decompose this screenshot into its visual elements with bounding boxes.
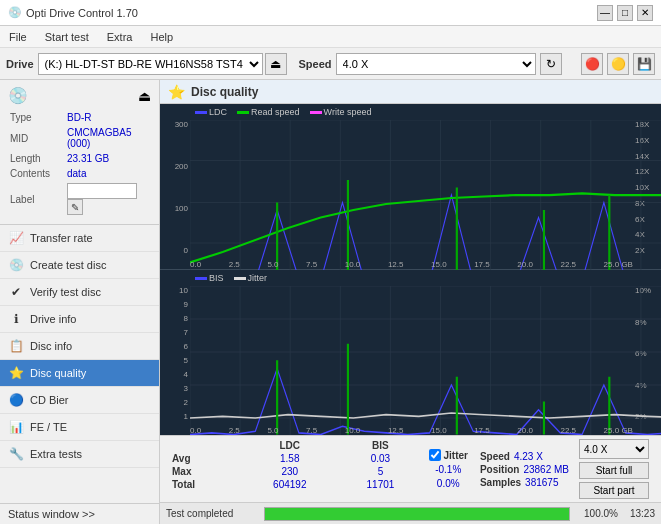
max-jitter-row: 0.0%	[437, 477, 460, 489]
close-button[interactable]: ✕	[637, 5, 653, 21]
bottom-status-text: Test completed	[166, 508, 256, 519]
ldc-chart: LDC Read speed Write speed 300	[160, 104, 661, 269]
chart2-svg	[190, 286, 661, 435]
extra-tests-icon: 🔧	[8, 446, 24, 462]
sidebar-item-cd-bier-label: CD Bier	[30, 394, 69, 406]
bis-legend-color	[195, 277, 207, 280]
speed-stat-label: Speed	[480, 451, 510, 462]
sidebar-item-drive-info[interactable]: ℹ Drive info	[0, 306, 159, 333]
menu-file[interactable]: File	[4, 29, 32, 45]
disc-label-edit-button[interactable]: ✎	[67, 199, 83, 215]
toolbar-icon-1[interactable]: 🔴	[581, 53, 603, 75]
stats-max-row: Max 230 5	[168, 465, 423, 478]
samples-value: 381675	[525, 477, 558, 488]
samples-row: Samples 381675	[480, 477, 569, 488]
bottom-progress-pct: 100.0%	[578, 508, 618, 519]
stats-col-bis-header: BIS	[338, 439, 422, 452]
minimize-button[interactable]: —	[597, 5, 613, 21]
jitter-legend-item: Jitter	[234, 273, 268, 283]
disc-info-table: Type BD-R MID CMCMAGBA5 (000) Length 23.…	[8, 109, 151, 218]
maximize-button[interactable]: □	[617, 5, 633, 21]
sidebar-item-extra-tests[interactable]: 🔧 Extra tests	[0, 441, 159, 468]
sidebar-item-cd-bier[interactable]: 🔵 CD Bier	[0, 387, 159, 414]
jitter-checkbox[interactable]	[429, 449, 441, 461]
disc-type-value: BD-R	[67, 111, 149, 124]
sidebar-item-fe-te[interactable]: 📊 FE / TE	[0, 414, 159, 441]
bis-chart: BIS Jitter 10 9 8 7 6 5	[160, 270, 661, 435]
avg-jitter: -0.1%	[435, 464, 461, 475]
x-label-12-5: 12.5	[388, 260, 404, 269]
menu-help[interactable]: Help	[145, 29, 178, 45]
chart2-x-axis: 0.0 2.5 5.0 7.5 10.0 12.5 15.0 17.5 20.0…	[190, 426, 633, 435]
jitter-section: Jitter -0.1% 0.0%	[423, 439, 474, 499]
menu-extra[interactable]: Extra	[102, 29, 138, 45]
jitter-legend-color	[234, 277, 246, 280]
sidebar-item-disc-quality-label: Disc quality	[30, 367, 86, 379]
x-label-17-5: 17.5	[474, 260, 490, 269]
refresh-button[interactable]: ↻	[540, 53, 562, 75]
menubar: File Start test Extra Help	[0, 26, 661, 48]
sidebar-item-transfer-rate-label: Transfer rate	[30, 232, 93, 244]
sidebar-item-disc-quality[interactable]: ⭐ Disc quality	[0, 360, 159, 387]
disc-quality-header: ⭐ Disc quality	[160, 80, 661, 104]
bis-x-15: 15.0	[431, 426, 447, 435]
bis-x-10: 10.0	[345, 426, 361, 435]
bis-x-17-5: 17.5	[474, 426, 490, 435]
avg-ldc: 1.58	[241, 452, 338, 465]
write-speed-legend-color	[310, 111, 322, 114]
disc-label-input[interactable]	[67, 183, 137, 199]
stats-col-ldc-header: LDC	[241, 439, 338, 452]
stats-col-empty	[168, 439, 241, 452]
drive-select-group: (K:) HL-DT-ST BD-RE WH16NS58 TST4 ⏏	[38, 53, 287, 75]
samples-label: Samples	[480, 477, 521, 488]
progress-bar	[264, 507, 570, 521]
avg-bis: 0.03	[338, 452, 422, 465]
ldc-legend-item: LDC	[195, 107, 227, 117]
sidebar-item-verify-test-disc-label: Verify test disc	[30, 286, 101, 298]
disc-label-field: ✎	[67, 182, 149, 216]
x-label-15: 15.0	[431, 260, 447, 269]
bis-y-1: 1	[162, 412, 188, 421]
avg-jitter-row: -0.1%	[435, 463, 461, 475]
menu-start-test[interactable]: Start test	[40, 29, 94, 45]
drive-eject-button[interactable]: ⏏	[265, 53, 287, 75]
save-button[interactable]: 💾	[633, 53, 655, 75]
disc-eject-icon[interactable]: ⏏	[138, 88, 151, 104]
disc-quality-icon: ⭐	[8, 365, 24, 381]
drive-select[interactable]: (K:) HL-DT-ST BD-RE WH16NS58 TST4	[38, 53, 263, 75]
total-ldc: 604192	[241, 478, 338, 491]
stats-table: LDC BIS Avg 1.58 0.03 Max	[168, 439, 423, 499]
sidebar-item-extra-tests-label: Extra tests	[30, 448, 82, 460]
chart1-y-axis-left: 300 200 100 0	[160, 120, 190, 255]
app-title-text: Opti Drive Control 1.70	[26, 7, 138, 19]
x-label-7-5: 7.5	[306, 260, 317, 269]
transfer-rate-icon: 📈	[8, 230, 24, 246]
speed-label: Speed	[299, 58, 332, 70]
speed-select[interactable]: 4.0 X 2.0 X 8.0 X	[336, 53, 536, 75]
bottom-bar: Test completed 100.0% 13:23	[160, 502, 661, 524]
sidebar-item-create-test-disc-label: Create test disc	[30, 259, 106, 271]
position-value: 23862 MB	[523, 464, 569, 475]
jitter-checkbox-row: Jitter	[429, 449, 468, 461]
bis-x-7-5: 7.5	[306, 426, 317, 435]
speed-stat-value: 4.23 X	[514, 451, 543, 462]
speed-row: Speed 4.23 X	[480, 451, 569, 462]
x-label-22-5: 22.5	[560, 260, 576, 269]
toolbar-icon-2[interactable]: 🟡	[607, 53, 629, 75]
sidebar-item-transfer-rate[interactable]: 📈 Transfer rate	[0, 225, 159, 252]
status-window-button[interactable]: Status window >>	[0, 503, 159, 524]
write-speed-legend-label: Write speed	[324, 107, 372, 117]
create-test-disc-icon: 💿	[8, 257, 24, 273]
stats-total-row: Total 604192 11701	[168, 478, 423, 491]
max-jitter: 0.0%	[437, 478, 460, 489]
start-full-button[interactable]: Start full	[579, 462, 649, 479]
main-area: 💿 ⏏ Type BD-R MID CMCMAGBA5 (000) Length…	[0, 80, 661, 524]
stats-speed-select[interactable]: 4.0 X	[579, 439, 649, 459]
progress-bar-fill	[265, 508, 569, 520]
charts-container: LDC Read speed Write speed 300	[160, 104, 661, 435]
sidebar-item-create-test-disc[interactable]: 💿 Create test disc	[0, 252, 159, 279]
start-part-button[interactable]: Start part	[579, 482, 649, 499]
drive-toolbar: Drive (K:) HL-DT-ST BD-RE WH16NS58 TST4 …	[0, 48, 661, 80]
sidebar-item-disc-info[interactable]: 📋 Disc info	[0, 333, 159, 360]
sidebar-item-verify-test-disc[interactable]: ✔ Verify test disc	[0, 279, 159, 306]
